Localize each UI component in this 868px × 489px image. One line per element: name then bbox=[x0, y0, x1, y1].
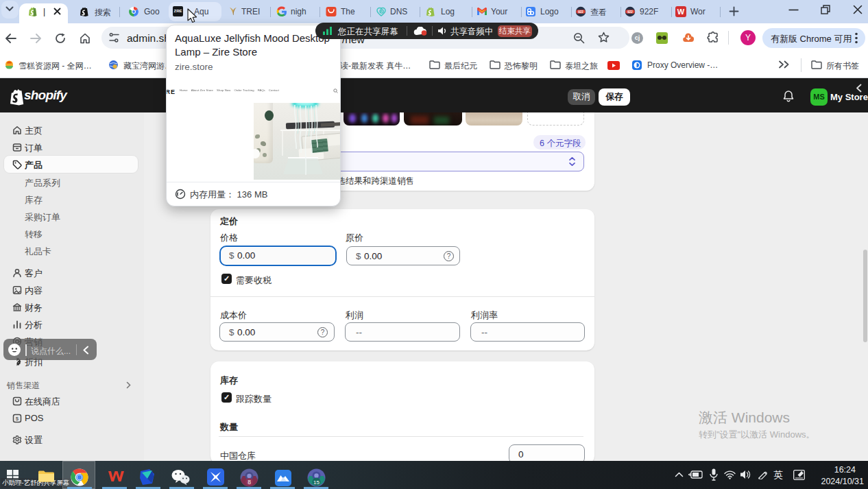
svg-text:15: 15 bbox=[313, 479, 320, 486]
svg-text:S: S bbox=[16, 416, 19, 421]
svg-text:922: 922 bbox=[578, 10, 583, 14]
svg-text:8: 8 bbox=[248, 479, 251, 486]
svg-text:922: 922 bbox=[627, 10, 633, 14]
